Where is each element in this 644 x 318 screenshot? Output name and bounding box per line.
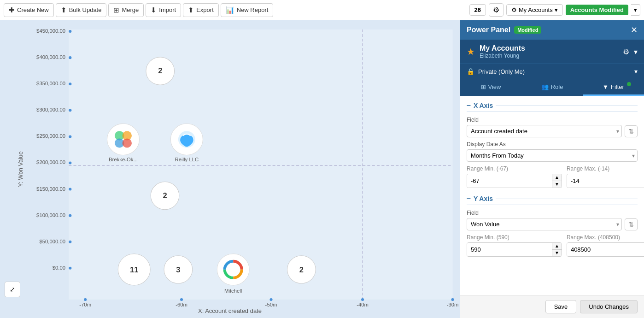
filter-tab-label: Filter: [611, 83, 624, 90]
x-field-label: Field: [467, 117, 638, 123]
x-range-max-input[interactable]: [567, 174, 644, 188]
tab-view[interactable]: ⊞ View: [460, 79, 521, 96]
y-field-sort-button[interactable]: ⇅: [625, 218, 638, 230]
x-range-min-input[interactable]: [467, 174, 552, 188]
my-accounts-button[interactable]: ⚙ My Accounts ▾: [506, 4, 563, 16]
new-report-button[interactable]: 📊 New Report: [221, 3, 274, 17]
y-range-row: Range Min. (590) ▲ ▼ Range Max. (40: [467, 234, 638, 257]
svg-point-29: [84, 298, 87, 301]
create-new-button[interactable]: ✚ Create New: [4, 3, 54, 17]
y-range-max-input-wrapper: ▲ ▼: [567, 242, 644, 257]
y-range-min-col: Range Min. (590) ▲ ▼: [467, 234, 562, 257]
x-field-select[interactable]: Account created date: [467, 125, 622, 137]
svg-point-17: [69, 109, 71, 112]
svg-text:Brekke-Ok...: Brekke-Ok...: [109, 157, 138, 163]
chevron-down-icon: ▾: [555, 6, 558, 13]
y-axis-section-title: Y Axis: [474, 195, 493, 202]
svg-text:$100,000.00: $100,000.00: [36, 212, 65, 218]
svg-text:2: 2: [299, 265, 304, 274]
account-owner: Elizabeth Young: [480, 53, 618, 59]
save-button[interactable]: Save: [545, 300, 577, 313]
x-field-row: Account created date ▾ ⇅: [467, 125, 638, 137]
x-range-min-label: Range Min. (-67): [467, 165, 562, 172]
zoom-icon: ⤢: [10, 286, 15, 293]
svg-text:-40m: -40m: [357, 302, 369, 307]
y-range-max-col: Range Max. (408500) ▲ ▼: [567, 234, 644, 257]
create-new-icon: ✚: [9, 6, 15, 14]
y-range-min-input-wrapper: ▲ ▼: [467, 242, 562, 257]
tab-role[interactable]: 👥 Role: [521, 79, 583, 96]
role-tab-label: Role: [551, 83, 563, 90]
filter-active-dot: [627, 82, 631, 86]
chart-zoom-button[interactable]: ⤢: [5, 282, 20, 297]
svg-text:2: 2: [158, 66, 162, 75]
y-field-select[interactable]: Won Value: [467, 218, 622, 230]
role-tab-icon: 👥: [541, 83, 549, 90]
x-range-max-col: Range Max. (-14) ▲ ▼: [567, 165, 644, 188]
view-mode-icon: ⚙: [493, 6, 499, 14]
x-range-min-down-button[interactable]: ▼: [552, 181, 562, 188]
y-range-min-up-button[interactable]: ▲: [552, 243, 562, 250]
panel-close-button[interactable]: ✕: [631, 25, 638, 35]
svg-text:$400,000.00: $400,000.00: [36, 54, 65, 60]
x-range-max-input-wrapper: ▲ ▼: [567, 174, 644, 188]
star-icon: ★: [467, 46, 475, 57]
svg-text:-60m: -60m: [176, 302, 187, 307]
view-tab-icon: ⊞: [481, 83, 486, 90]
x-range-min-input-wrapper: ▲ ▼: [467, 174, 562, 188]
main-area: Y: Won Value $450,000.00 $400,000.00 $35…: [0, 20, 644, 318]
chart-svg: $450,000.00 $400,000.00 $350,000.00 $300…: [0, 20, 460, 318]
sort-icon: ⇅: [628, 128, 634, 135]
panel-footer: Save Undo Changes: [460, 295, 644, 318]
collapse-button[interactable]: ▾: [634, 47, 638, 56]
settings-button[interactable]: ⚙: [623, 47, 629, 56]
merge-button[interactable]: ⊞ Merge: [108, 3, 144, 17]
svg-point-31: [269, 298, 272, 301]
undo-changes-button[interactable]: Undo Changes: [580, 300, 638, 313]
account-info-bar: ★ My Accounts Elizabeth Young ⚙ ▾: [460, 40, 644, 64]
private-bar: 🔒 Private (Only Me) ▾: [460, 64, 644, 79]
y-range-max-label: Range Max. (408500): [567, 234, 644, 241]
view-tab-label: View: [488, 83, 501, 90]
filter-tab-icon: ▼: [603, 83, 609, 90]
y-range-min-input[interactable]: [467, 243, 552, 256]
bulk-update-button[interactable]: ⬆ Bulk Update: [56, 3, 107, 17]
svg-point-15: [69, 56, 71, 59]
svg-text:$0.00: $0.00: [53, 265, 65, 271]
x-range-min-up-button[interactable]: ▲: [552, 174, 562, 181]
svg-point-19: [69, 161, 71, 164]
merge-icon: ⊞: [113, 6, 119, 14]
svg-text:-70m: -70m: [79, 302, 91, 307]
svg-text:2: 2: [163, 191, 167, 200]
svg-point-33: [451, 298, 454, 301]
svg-text:$50,000.00: $50,000.00: [39, 239, 65, 244]
y-range-max-input[interactable]: [567, 243, 644, 256]
svg-point-21: [69, 214, 71, 217]
gear-icon: ⚙: [511, 6, 517, 13]
svg-point-20: [69, 188, 71, 191]
modified-dropdown-button[interactable]: ▾: [631, 4, 640, 16]
tab-filter[interactable]: ▼ Filter: [583, 79, 644, 96]
svg-text:3: 3: [176, 265, 180, 274]
svg-point-48: [122, 138, 132, 147]
private-collapse-icon[interactable]: ▾: [634, 68, 638, 75]
export-button[interactable]: ⬆ Export: [183, 3, 219, 17]
power-panel: Power Panel Modified ✕ ★ My Accounts Eli…: [460, 20, 644, 318]
import-button[interactable]: ⬇ Import: [146, 3, 181, 17]
x-field-sort-button[interactable]: ⇅: [625, 125, 638, 137]
display-date-select[interactable]: Months From Today: [467, 149, 638, 162]
x-axis-label: X: Account created date: [198, 307, 262, 314]
y-field-row: Won Value ▾ ⇅: [467, 218, 638, 230]
x-axis-section-title: X Axis: [474, 102, 493, 109]
svg-text:$350,000.00: $350,000.00: [36, 81, 65, 86]
y-range-min-down-button[interactable]: ▼: [552, 250, 562, 256]
y-field-label: Field: [467, 210, 638, 216]
display-date-label: Display Date As: [467, 141, 638, 147]
account-name: My Accounts: [480, 44, 618, 53]
svg-point-14: [69, 30, 71, 33]
private-label: Private (Only Me): [478, 68, 631, 75]
export-icon: ⬆: [188, 6, 194, 14]
svg-text:$200,000.00: $200,000.00: [36, 160, 65, 165]
view-mode-button[interactable]: ⚙: [489, 3, 503, 17]
panel-header: Power Panel Modified ✕: [460, 20, 644, 40]
